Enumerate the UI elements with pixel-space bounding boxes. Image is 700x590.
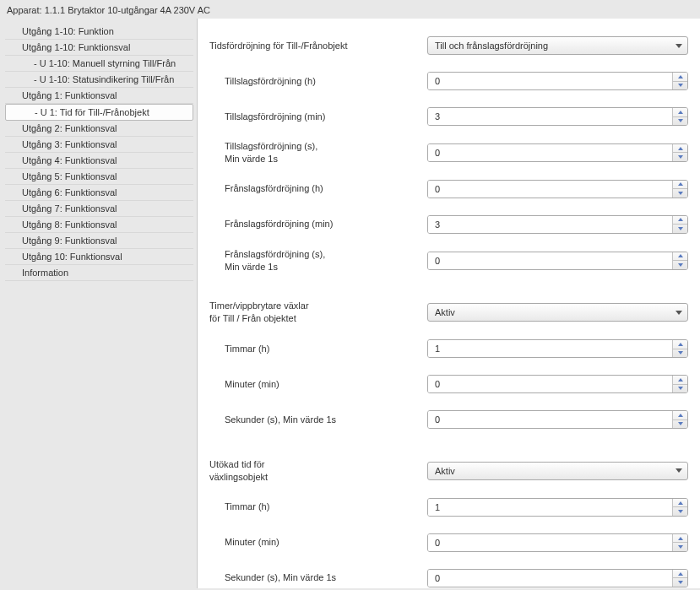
label-on-delay-min: Tillslagsfördröjning (min): [209, 111, 427, 123]
spin-down-on-delay-min[interactable]: [673, 117, 687, 126]
label-timer-s: Sekunder (s), Min värde 1s: [209, 414, 427, 426]
spin-up-off-delay-h[interactable]: [673, 181, 687, 190]
sidebar-item-6[interactable]: Utgång 2: Funktionsval: [5, 121, 193, 137]
input-off-delay-min-field[interactable]: [428, 216, 672, 233]
spin-up-ext-min[interactable]: [673, 534, 687, 544]
chevron-down-icon: [676, 468, 682, 473]
spin-down-timer-h[interactable]: [673, 349, 687, 358]
row-on-delay-min: Tillslagsfördröjning (min): [209, 105, 688, 128]
input-off-delay-h[interactable]: [427, 180, 688, 198]
chevron-up-icon: [678, 254, 683, 257]
input-on-delay-h-field[interactable]: [428, 73, 672, 89]
input-off-delay-h-field[interactable]: [428, 181, 672, 198]
sidebar-item-10[interactable]: Utgång 6: Funktionsval: [5, 185, 193, 201]
spin-down-ext-min[interactable]: [673, 543, 687, 551]
input-on-delay-min[interactable]: [427, 107, 688, 126]
spin-down-timer-s[interactable]: [673, 420, 687, 429]
sidebar-item-13[interactable]: Utgång 9: Funktionsval: [5, 233, 193, 249]
sidebar-item-5[interactable]: - U 1: Tid för Till-/Frånobjekt: [5, 104, 193, 121]
spin-up-ext-h[interactable]: [673, 499, 687, 508]
chevron-down-icon: [678, 422, 683, 425]
sidebar-item-11[interactable]: Utgång 7: Funktionsval: [5, 201, 193, 217]
dropdown-delay-mode-value: Till och frånslagsfördröjning: [435, 41, 548, 51]
sidebar-item-7[interactable]: Utgång 3: Funktionsval: [5, 137, 193, 153]
input-off-delay-s-field[interactable]: [428, 252, 672, 269]
input-on-delay-h[interactable]: [427, 72, 688, 90]
label-timer-min: Minuter (min): [209, 378, 427, 391]
chevron-up-icon: [678, 414, 683, 417]
input-on-delay-s[interactable]: [427, 143, 688, 162]
row-ext-h: Timmar (h): [209, 495, 688, 519]
spinner-ext-s: [672, 570, 687, 587]
spin-up-off-delay-s[interactable]: [673, 252, 687, 262]
input-ext-h[interactable]: [427, 498, 688, 517]
sidebar-item-12[interactable]: Utgång 8: Funktionsval: [5, 217, 193, 233]
chevron-up-icon: [678, 501, 683, 505]
row-timer-s: Sekunder (s), Min värde 1s: [209, 408, 688, 431]
input-ext-min[interactable]: [427, 533, 688, 552]
sidebar-item-14[interactable]: Utgång 10: Funktionsval: [5, 249, 193, 265]
input-timer-s-field[interactable]: [428, 411, 672, 428]
label-off-delay-min: Frånslagsfördröjning (min): [209, 218, 427, 230]
row-on-delay-h: Tillslagsfördröjning (h): [209, 69, 688, 93]
spin-up-on-delay-h[interactable]: [673, 73, 687, 82]
row-timer-header: Timer/vippbrytare växlarför Till / Från …: [209, 300, 688, 325]
input-off-delay-s[interactable]: [427, 252, 688, 270]
input-timer-min[interactable]: [427, 375, 688, 393]
chevron-up-icon: [678, 182, 683, 186]
chevron-down-icon: [676, 311, 682, 315]
input-ext-s-field[interactable]: [428, 570, 672, 587]
spin-up-ext-s[interactable]: [673, 570, 687, 579]
chevron-up-icon: [678, 343, 683, 346]
dropdown-ext-mode-value: Aktiv: [435, 466, 455, 476]
spin-up-on-delay-s[interactable]: [673, 144, 687, 154]
spin-down-ext-s[interactable]: [673, 578, 687, 587]
spin-down-ext-h[interactable]: [673, 507, 687, 516]
input-on-delay-s-field[interactable]: [428, 144, 672, 161]
spin-down-on-delay-s[interactable]: [673, 153, 687, 161]
input-timer-h-field[interactable]: [428, 340, 672, 357]
dropdown-timer-mode[interactable]: Aktiv: [427, 303, 688, 322]
input-ext-h-field[interactable]: [428, 499, 672, 516]
spin-down-off-delay-min[interactable]: [673, 225, 687, 233]
spin-up-timer-s[interactable]: [673, 411, 687, 420]
content-container: Utgång 1-10: FunktionUtgång 1-10: Funkti…: [0, 19, 700, 588]
input-on-delay-min-field[interactable]: [428, 108, 672, 125]
row-timer-h: Timmar (h): [209, 337, 688, 360]
sidebar-item-2[interactable]: - U 1-10: Manuell styrning Till/Från: [5, 56, 193, 72]
sidebar-item-3[interactable]: - U 1-10: Statusindikering Till/Från: [5, 72, 193, 88]
input-off-delay-min[interactable]: [427, 215, 688, 234]
sidebar-item-8[interactable]: Utgång 4: Funktionsval: [5, 153, 193, 169]
input-timer-h[interactable]: [427, 339, 688, 358]
sidebar-item-0[interactable]: Utgång 1-10: Funktion: [5, 24, 193, 40]
spinner-timer-h: [672, 340, 687, 357]
spin-up-timer-min[interactable]: [673, 376, 687, 385]
row-on-delay-s: Tillslagsfördröjning (s),Min värde 1s: [209, 140, 688, 165]
dropdown-delay-mode[interactable]: Till och frånslagsfördröjning: [427, 36, 688, 55]
input-ext-s[interactable]: [427, 569, 688, 587]
spin-down-off-delay-s[interactable]: [673, 261, 687, 269]
spin-down-off-delay-h[interactable]: [673, 189, 687, 198]
chevron-down-icon: [678, 510, 683, 513]
sidebar-item-4[interactable]: Utgång 1: Funktionsval: [5, 88, 193, 104]
input-timer-min-field[interactable]: [428, 376, 672, 392]
row-delay-header: Tidsfördröjning för Till-/Frånobjekt Til…: [209, 34, 688, 57]
spinner-off-delay-h: [672, 181, 687, 198]
dropdown-ext-mode[interactable]: Aktiv: [427, 462, 688, 480]
spin-up-timer-h[interactable]: [673, 340, 687, 349]
row-ext-header: Utökad tid förväxlingsobjekt Aktiv: [209, 458, 688, 484]
spin-down-on-delay-h[interactable]: [673, 82, 687, 90]
sidebar-item-9[interactable]: Utgång 5: Funktionsval: [5, 169, 193, 185]
input-ext-min-field[interactable]: [428, 534, 672, 551]
row-ext-s: Sekunder (s), Min värde 1s: [209, 566, 688, 588]
spin-up-off-delay-min[interactable]: [673, 216, 687, 225]
spin-down-timer-min[interactable]: [673, 385, 687, 393]
label-off-delay-s: Frånslagsfördröjning (s),Min värde 1s: [209, 248, 427, 273]
spin-up-on-delay-min[interactable]: [673, 108, 687, 117]
sidebar-item-1[interactable]: Utgång 1-10: Funktionsval: [5, 40, 193, 56]
chevron-up-icon: [678, 111, 683, 114]
input-timer-s[interactable]: [427, 410, 688, 429]
sidebar-item-15[interactable]: Information: [5, 265, 193, 281]
spinner-ext-min: [672, 534, 687, 551]
label-ext-min: Minuter (min): [209, 536, 427, 549]
